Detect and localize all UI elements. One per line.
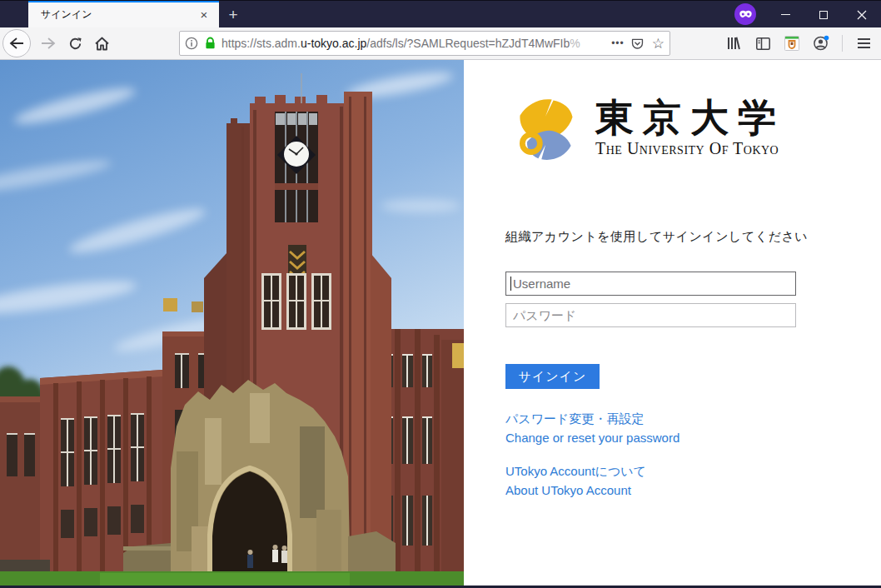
new-tab-button[interactable]: +	[222, 4, 244, 26]
extension-icon[interactable]	[781, 32, 803, 54]
window-controls	[766, 1, 881, 28]
bookmark-star-icon[interactable]: ☆	[652, 35, 664, 52]
back-button[interactable]	[2, 29, 31, 57]
text-caret	[510, 277, 511, 291]
url-text: https://sts.adm.u-tokyo.ac.jp/adfs/ls/?S…	[221, 37, 605, 50]
private-browsing-icon	[734, 3, 756, 25]
signin-button[interactable]: サインイン	[505, 364, 600, 389]
browser-window: サインイン × +	[0, 0, 881, 588]
browser-tab[interactable]: サインイン ×	[28, 1, 219, 28]
menu-icon[interactable]	[853, 32, 874, 54]
tab-bar: サインイン × +	[0, 0, 881, 27]
library-icon[interactable]	[723, 32, 744, 54]
toolbar-right-cluster	[723, 30, 874, 57]
pocket-icon[interactable]	[630, 37, 645, 51]
home-icon[interactable]	[88, 30, 115, 57]
maximize-button[interactable]	[804, 1, 843, 28]
tab-title: サインイン	[41, 7, 196, 22]
url-bar[interactable]: https://sts.adm.u-tokyo.ac.jp/adfs/ls/?S…	[179, 31, 670, 56]
reload-icon[interactable]	[62, 30, 88, 57]
minimize-button[interactable]	[766, 1, 804, 28]
tab-close-icon[interactable]: ×	[196, 7, 212, 23]
signin-instruction: 組織アカウントを使用してサインインしてください	[505, 229, 808, 245]
page-info-icon[interactable]	[185, 37, 198, 50]
password-reset-link-jp[interactable]: パスワード変更・再設定	[505, 411, 644, 427]
https-lock-icon[interactable]	[204, 37, 217, 50]
campus-photo	[0, 60, 464, 586]
forward-button[interactable]	[35, 30, 62, 57]
ginkgo-logo-icon	[510, 90, 582, 167]
password-input[interactable]	[505, 303, 796, 327]
sidebar-icon[interactable]	[752, 32, 774, 54]
password-reset-link-en[interactable]: Change or reset your password	[505, 431, 679, 445]
navigation-toolbar: https://sts.adm.u-tokyo.ac.jp/adfs/ls/?S…	[0, 27, 881, 60]
login-panel: 東京大学 The University of Tokyo 組織アカウントを使用し…	[464, 60, 881, 588]
page-actions-icon[interactable]: •••	[611, 37, 625, 49]
close-button[interactable]	[843, 1, 881, 28]
toolbar-separator	[842, 35, 843, 52]
utokyo-logo: 東京大学 The University of Tokyo	[510, 90, 785, 167]
account-icon[interactable]	[810, 32, 832, 54]
about-account-link-jp[interactable]: UTokyo Accountについて	[505, 464, 646, 480]
logo-text-en: The University of Tokyo	[595, 139, 785, 158]
about-account-link-en[interactable]: About UTokyo Account	[505, 483, 631, 497]
page-content: 東京大学 The University of Tokyo 組織アカウントを使用し…	[0, 60, 881, 588]
username-input[interactable]	[505, 272, 796, 296]
logo-text-jp: 東京大学	[595, 98, 785, 138]
